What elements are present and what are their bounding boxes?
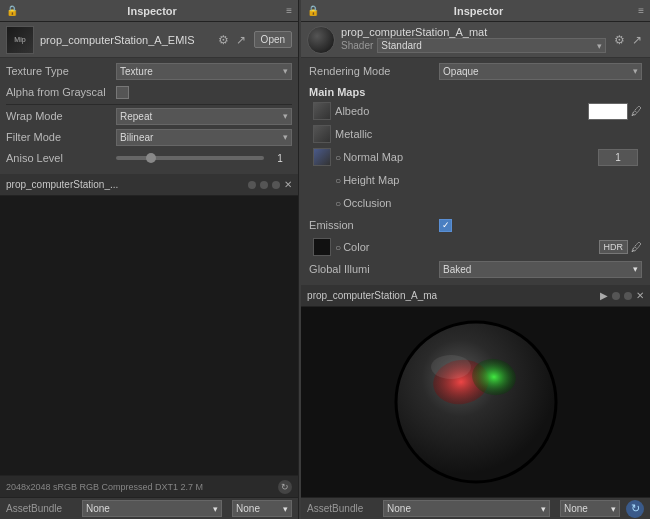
left-lock-icon[interactable]: 🔒	[6, 5, 18, 16]
alpha-label: Alpha from Grayscal	[6, 86, 116, 98]
right-preview-dot2	[624, 292, 632, 300]
right-preview-header: prop_computerStation_A_ma ▶ ✕	[301, 285, 650, 307]
left-preview-dot3	[272, 181, 280, 189]
aniso-row: Aniso Level 1	[6, 149, 292, 167]
right-ab-value1: None	[387, 503, 411, 514]
global-illum-row: Global Illumi Baked	[309, 260, 642, 278]
left-asset-icons: ⚙ ↗	[216, 32, 248, 48]
right-shader-label: Shader	[341, 40, 373, 51]
left-asset-name-row: Mip prop_computerStation_A_EMIS ⚙ ↗ Open	[0, 22, 298, 58]
left-open-button[interactable]: Open	[254, 31, 292, 48]
color-label: Color	[343, 241, 598, 253]
right-preview-dot1	[612, 292, 620, 300]
right-menu-icon[interactable]: ≡	[638, 5, 644, 16]
height-map-label: Height Map	[343, 174, 642, 186]
left-ab-select1[interactable]: None	[82, 500, 222, 517]
albedo-eyedropper-icon[interactable]: 🖊	[631, 105, 642, 117]
emission-label: Emission	[309, 219, 439, 231]
left-ab-label: AssetBundle	[6, 503, 76, 514]
normal-map-label: Normal Map	[343, 151, 598, 163]
color-thumb[interactable]	[313, 238, 331, 256]
rendering-mode-select[interactable]: Opaque	[439, 63, 642, 80]
left-status-bar: 2048x2048 sRGB RGB Compressed DXT1 2.7 M…	[0, 475, 298, 497]
occlusion-row: ○ Occlusion	[309, 193, 642, 213]
alpha-checkbox[interactable]	[116, 86, 129, 99]
right-asset-thumbnail	[307, 26, 335, 54]
metallic-thumb[interactable]	[313, 125, 331, 143]
left-status-icon[interactable]: ↻	[278, 480, 292, 494]
right-inspector-title: Inspector	[323, 5, 634, 17]
aniso-label: Aniso Level	[6, 152, 116, 164]
aniso-slider[interactable]	[116, 156, 264, 160]
left-form-section: Texture Type Texture Alpha from Grayscal…	[0, 58, 298, 174]
albedo-color-swatch[interactable]	[588, 103, 628, 120]
left-preview-header: prop_computerStation_... ✕	[0, 174, 298, 196]
right-asset-icons: ⚙ ↗	[612, 32, 644, 48]
right-asset-name: prop_computerStation_A_mat	[341, 26, 606, 38]
right-ab-select1[interactable]: None	[383, 500, 550, 517]
global-illum-select[interactable]: Baked	[439, 261, 642, 278]
rendering-mode-row: Rendering Mode Opaque	[309, 62, 642, 80]
right-settings-icon[interactable]: ⚙	[612, 32, 627, 48]
wrap-mode-select[interactable]: Repeat	[116, 108, 292, 125]
left-inspector-title: Inspector	[22, 5, 282, 17]
color-prefix: ○	[335, 242, 341, 253]
left-asset-thumbnail: Mip	[6, 26, 34, 54]
left-menu-icon[interactable]: ≡	[286, 5, 292, 16]
normal-map-value[interactable]: 1	[598, 149, 638, 166]
hdr-button[interactable]: HDR	[599, 240, 629, 254]
right-ab-label: AssetBundle	[307, 503, 377, 514]
left-preview-close[interactable]: ✕	[284, 179, 292, 190]
texture-type-value: Texture	[120, 66, 153, 77]
left-inspector-panel: 🔒 Inspector ≡ Mip prop_computerStation_A…	[0, 0, 299, 519]
global-illum-value: Baked	[443, 264, 471, 275]
right-asset-bundle-row: AssetBundle None None ↻	[301, 497, 650, 519]
left-asset-name: prop_computerStation_A_EMIS	[40, 34, 210, 46]
normal-map-prefix: ○	[335, 152, 341, 163]
left-preview-dot1	[248, 181, 256, 189]
right-shader-value: Standard	[381, 40, 422, 51]
right-info-icon[interactable]: ↗	[630, 32, 644, 48]
normal-map-thumb[interactable]	[313, 148, 331, 166]
left-preview-dot2	[260, 181, 268, 189]
occlusion-label: Occlusion	[343, 197, 642, 209]
main-maps-header: Main Maps	[309, 83, 642, 101]
metallic-row: Metallic	[309, 124, 642, 144]
filter-mode-select[interactable]: Bilinear	[116, 129, 292, 146]
right-preview-close[interactable]: ✕	[636, 290, 644, 301]
right-lock-icon[interactable]: 🔒	[307, 5, 319, 16]
texture-type-select[interactable]: Texture	[116, 63, 292, 80]
left-ab-select2[interactable]: None	[232, 500, 292, 517]
metallic-label: Metallic	[335, 128, 642, 140]
wrap-mode-row: Wrap Mode Repeat	[6, 107, 292, 125]
right-sphere-preview	[301, 307, 650, 497]
right-inspector-header: 🔒 Inspector ≡	[301, 0, 650, 22]
right-ab-value2: None	[564, 503, 588, 514]
aniso-value: 1	[268, 153, 292, 164]
right-status-icon[interactable]: ↻	[626, 500, 644, 518]
color-row: ○ Color HDR 🖊	[309, 237, 642, 257]
color-eyedropper-icon[interactable]: 🖊	[631, 241, 642, 253]
texture-type-label: Texture Type	[6, 65, 116, 77]
left-settings-icon[interactable]: ⚙	[216, 32, 231, 48]
wrap-mode-value: Repeat	[120, 111, 152, 122]
left-info-icon[interactable]: ↗	[234, 32, 248, 48]
right-shader-select[interactable]: Standard	[377, 38, 606, 53]
occlusion-prefix: ○	[335, 198, 341, 209]
right-ab-select2[interactable]: None	[560, 500, 620, 517]
right-inspector-panel: 🔒 Inspector ≡ prop_computerStation_A_mat…	[301, 0, 650, 519]
albedo-thumb[interactable]	[313, 102, 331, 120]
global-illum-label: Global Illumi	[309, 263, 439, 275]
rendering-mode-label: Rendering Mode	[309, 65, 439, 77]
texture-type-row: Texture Type Texture	[6, 62, 292, 80]
height-map-row: ○ Height Map	[309, 170, 642, 190]
emission-checkbox[interactable]: ✓	[439, 219, 452, 232]
albedo-label: Albedo	[335, 105, 588, 117]
alpha-row: Alpha from Grayscal	[6, 83, 292, 101]
left-asset-bundle-row: AssetBundle None None	[0, 497, 298, 519]
left-preview-title: prop_computerStation_...	[6, 179, 244, 190]
right-play-button[interactable]: ▶	[600, 290, 608, 301]
left-preview-area: prop_computerStation_... ✕ Mip 3	[0, 174, 298, 475]
rendering-mode-value: Opaque	[443, 66, 479, 77]
wrap-mode-label: Wrap Mode	[6, 110, 116, 122]
